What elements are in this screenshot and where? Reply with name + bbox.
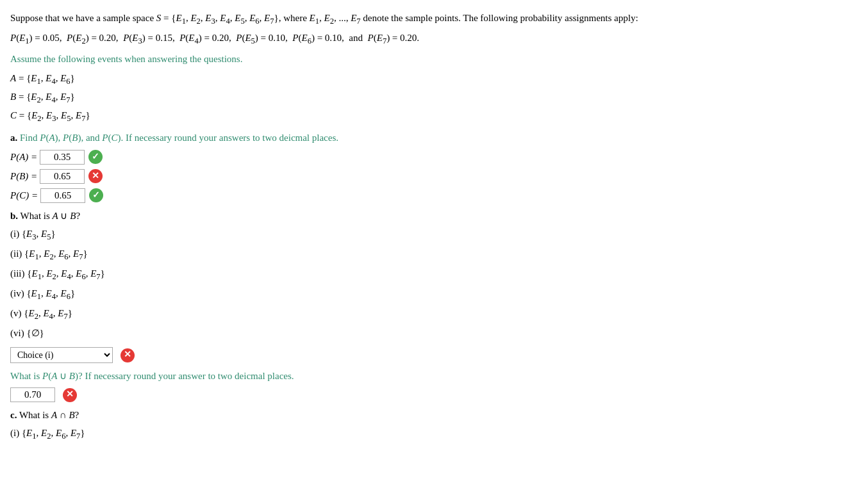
choice-ii: (ii) {E1, E2, E6, E7} (10, 246, 831, 263)
choice-dropdown-row: Choice (i) Choice (ii) Choice (iii) Choi… (10, 347, 831, 363)
pa-label: P(A) = (10, 149, 37, 165)
pc-label: P(C) = (10, 188, 38, 203)
pc-row: P(C) = ✓ (10, 188, 831, 203)
pa-correct-icon: ✓ (88, 150, 103, 164)
intro-paragraph: Suppose that we have a sample space S = … (10, 10, 831, 28)
choice-v: (v) {E2, E4, E7} (10, 305, 831, 323)
choice-iii: (iii) {E1, E2, E4, E6, E7} (10, 266, 831, 283)
pb-input[interactable] (40, 169, 85, 184)
part-b-label: b. What is A ∪ B? (10, 208, 831, 224)
page-container: Suppose that we have a sample space S = … (10, 10, 831, 443)
choice-vi: (vi) {∅} (10, 325, 831, 341)
choice-incorrect-icon: ✕ (121, 348, 135, 362)
union-prob-incorrect-icon: ✕ (63, 388, 77, 402)
part-c-choice-i: (i) {E1, E2, E6, E7} (10, 425, 831, 443)
pc-input[interactable] (40, 188, 85, 203)
choice-i: (i) {E3, E5} (10, 226, 831, 243)
event-B: B = {E2, E4, E7} (10, 89, 831, 106)
probability-assignments: P(E1) = 0.05, P(E2) = 0.20, P(E3) = 0.15… (10, 30, 831, 47)
pb-incorrect-icon: ✕ (88, 169, 103, 183)
union-prob-row: ✕ (10, 387, 831, 402)
pc-correct-icon: ✓ (89, 188, 103, 202)
choice-select[interactable]: Choice (i) Choice (ii) Choice (iii) Choi… (10, 347, 113, 363)
part-c-label: c. What is A ∩ B? (10, 407, 831, 423)
part-a-label: a. Find P(A), P(B), and P(C). If necessa… (10, 130, 831, 145)
pb-label: P(B) = (10, 168, 37, 184)
union-prob-input[interactable] (10, 387, 55, 402)
event-C: C = {E2, E3, E5, E7} (10, 108, 831, 125)
assume-text: Assume the following events when answeri… (10, 51, 831, 67)
event-A: A = {E1, E4, E6} (10, 70, 831, 88)
choice-iv: (iv) {E1, E4, E6} (10, 286, 831, 303)
pa-row: P(A) = ✓ (10, 149, 831, 165)
union-prob-question: What is P(A ∪ B)? If necessary round you… (10, 368, 831, 384)
pb-row: P(B) = ✕ (10, 168, 831, 184)
pa-input[interactable] (40, 150, 85, 165)
